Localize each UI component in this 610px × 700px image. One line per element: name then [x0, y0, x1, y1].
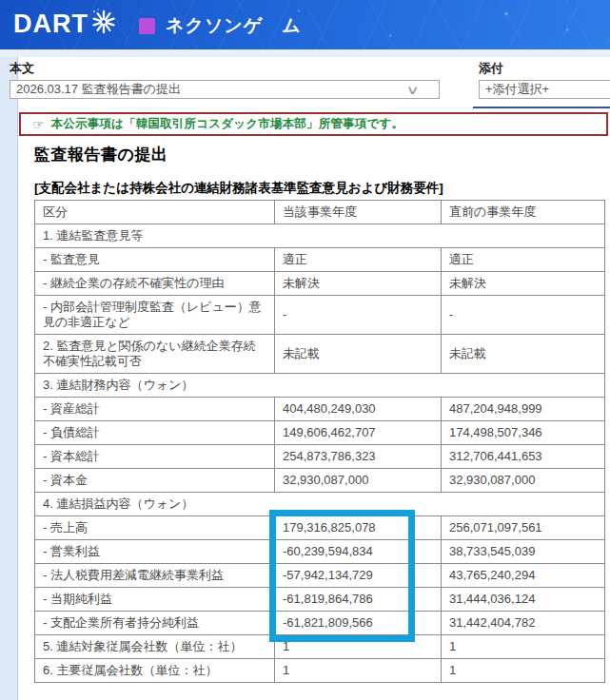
notice-bar: ☞ 本公示事項は「韓国取引所コスダック市場本部」所管事項です。: [19, 112, 608, 136]
chevron-down-icon: ∨: [406, 83, 420, 97]
previous-year-value: 1: [442, 659, 605, 683]
row-label: - 支配企業所有者持分純利益: [35, 612, 275, 635]
current-year-value: 1: [275, 659, 442, 683]
table-row: - 営業利益-60,239,594,83438,733,545,039: [35, 540, 605, 564]
previous-year-value: 43,765,240,294: [442, 564, 605, 588]
company-title: ネクソンゲ ム: [139, 13, 302, 38]
current-year-value: 149,606,462,707: [275, 421, 442, 445]
table-row: - 内部会計管理制度監査（レビュー）意見の非適正など--: [35, 296, 605, 335]
previous-year-value: 1: [442, 635, 605, 659]
section-row-label: 4. 連結損益内容（ウォン）: [35, 493, 605, 516]
notice-text: 本公示事項は「韓国取引所コスダック市場本部」所管事項です。: [51, 116, 404, 132]
app-header: DART ネクソンゲ ム: [0, 0, 610, 49]
document-select-value: 2026.03.17 監査報告書の提出: [16, 81, 181, 98]
table-row: - 監査意見適正適正: [35, 248, 605, 272]
previous-year-value: 487,204,948,999: [442, 398, 605, 421]
dart-pinwheel-icon: [89, 8, 118, 36]
document-select[interactable]: 2026.03.17 監査報告書の提出 ∨: [10, 80, 440, 99]
table-row: 4. 連結損益内容（ウォン）: [35, 493, 605, 516]
dart-viewer-page: DART ネクソンゲ ム: [0, 0, 610, 700]
section-row-label: 1. 連結監査意見等: [35, 224, 605, 248]
table-row: - 継続企業の存続不確実性の理由未解決未解決: [35, 272, 605, 296]
row-label: 6. 主要従属会社数（単位：社）: [35, 659, 275, 683]
table-row: 6. 主要従属会社数（単位：社）11: [35, 659, 605, 683]
previous-year-value: -: [442, 296, 605, 335]
previous-year-value: 312,706,441,653: [442, 445, 605, 469]
table-row: 2. 監査意見と関係のない継続企業存続不確実性記載可否未記載未記載: [35, 335, 605, 374]
current-year-value: 未解決: [275, 272, 442, 296]
current-year-value: -: [275, 296, 442, 335]
company-name: ネクソンゲ ム: [166, 13, 302, 38]
previous-year-value: 32,930,087,000: [442, 469, 605, 493]
current-year-value: 32,930,087,000: [275, 469, 442, 493]
current-year-value: -61,819,864,786: [275, 588, 442, 612]
table-caption: [支配会社または持株会社の連結財務諸表基準監査意見および財務要件]: [34, 180, 443, 197]
document-label: 本文: [10, 60, 34, 77]
row-label: - 資産総計: [35, 398, 275, 421]
current-year-value: 404,480,249,030: [275, 398, 442, 421]
row-label: - 負債総計: [35, 421, 275, 445]
page-title: 監査報告書の提出: [34, 144, 167, 165]
previous-year-value: 31,442,404,782: [442, 612, 605, 635]
row-label: - 監査意見: [35, 248, 275, 272]
current-year-value: -60,239,594,834: [275, 540, 442, 564]
table-row: - 資本金32,930,087,00032,930,087,000: [35, 469, 605, 493]
table-row: 5. 連結対象従属会社数（単位：社）11: [35, 635, 605, 659]
pointing-hand-icon: ☞: [32, 118, 45, 131]
row-label: - 法人税費用差減電継続事業利益: [35, 564, 275, 588]
row-label: - 営業利益: [35, 540, 275, 564]
row-label: - 資本総計: [35, 445, 275, 469]
previous-year-value: 256,071,097,561: [442, 516, 605, 540]
table-row: - 資産総計404,480,249,030487,204,948,999: [35, 398, 605, 421]
table-row: - 負債総計149,606,462,707174,498,507,346: [35, 421, 605, 445]
section-row-label: 3. 連結財務内容（ウォン）: [35, 374, 605, 398]
current-year-value: -57,942,134,729: [275, 564, 442, 588]
previous-year-value: 適正: [442, 248, 605, 272]
column-header-1: 当該事業年度: [275, 201, 442, 224]
table-row: 1. 連結監査意見等: [35, 224, 605, 248]
row-label: - 当期純利益: [35, 588, 275, 612]
previous-year-value: 174,498,507,346: [442, 421, 605, 445]
row-label: 5. 連結対象従属会社数（単位：社）: [35, 635, 275, 659]
row-label: - 内部会計管理制度監査（レビュー）意見の非適正など: [35, 296, 275, 335]
table-row: - 法人税費用差減電継続事業利益-57,942,134,72943,765,24…: [35, 564, 605, 588]
attachment-select-value: +添付選択+: [485, 81, 549, 98]
current-year-value: 179,316,825,078: [275, 516, 442, 540]
report-table: 区分当該事業年度直前の事業年度 1. 連結監査意見等- 監査意見適正適正- 継続…: [34, 200, 605, 683]
table-row: - 支配企業所有者持分純利益-61,821,809,56631,442,404,…: [35, 612, 605, 635]
table-row: 3. 連結財務内容（ウォン）: [35, 374, 605, 398]
table-header-row: 区分当該事業年度直前の事業年度: [35, 201, 605, 224]
current-year-value: 254,873,786,323: [275, 445, 442, 469]
row-label: - 継続企業の存続不確実性の理由: [35, 272, 275, 296]
dart-logo[interactable]: DART: [13, 10, 118, 38]
current-year-value: 未記載: [275, 335, 442, 374]
table-row: - 売上高179,316,825,078256,071,097,561: [35, 516, 605, 540]
table-row: - 当期純利益-61,819,864,78631,444,036,124: [35, 588, 605, 612]
left-margin-strip: [0, 49, 18, 700]
column-header-0: 区分: [35, 201, 275, 224]
row-label: - 売上高: [35, 516, 275, 540]
company-bullet-icon: [139, 18, 155, 34]
attachment-label: 添付: [479, 60, 503, 77]
previous-year-value: 未解決: [442, 272, 605, 296]
divider-line: [473, 107, 610, 108]
previous-year-value: 31,444,036,124: [442, 588, 605, 612]
top-margin-strip: [0, 49, 610, 57]
current-year-value: 適正: [275, 248, 442, 272]
attachment-select[interactable]: +添付選択+: [479, 80, 610, 99]
row-label: - 資本金: [35, 469, 275, 493]
current-year-value: 1: [275, 635, 442, 659]
table-row: - 資本総計254,873,786,323312,706,441,653: [35, 445, 605, 469]
dart-logo-text: DART: [13, 10, 89, 38]
column-header-2: 直前の事業年度: [442, 201, 605, 224]
row-label: 2. 監査意見と関係のない継続企業存続不確実性記載可否: [35, 335, 275, 374]
previous-year-value: 未記載: [442, 335, 605, 374]
report-table-wrap: 区分当該事業年度直前の事業年度 1. 連結監査意見等- 監査意見適正適正- 継続…: [34, 200, 605, 683]
current-year-value: -61,821,809,566: [275, 612, 442, 635]
previous-year-value: 38,733,545,039: [442, 540, 605, 564]
